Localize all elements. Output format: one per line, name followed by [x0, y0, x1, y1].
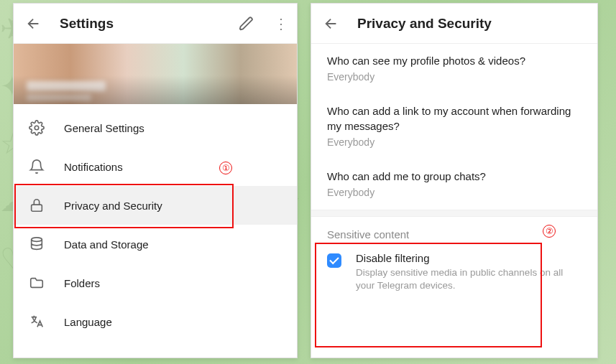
- privacy-panel: Privacy and Security Who can see my prof…: [311, 3, 598, 358]
- privacy-item-groups[interactable]: Who can add me to group chats? Everybody: [311, 159, 597, 210]
- disable-filtering-title: Disable filtering: [356, 252, 581, 264]
- disable-filtering-row[interactable]: Disable filtering Display sensitive medi…: [311, 248, 597, 301]
- privacy-item-photos[interactable]: Who can see my profile photos & videos? …: [311, 44, 597, 94]
- gear-icon: [28, 119, 45, 136]
- settings-menu: General Settings Notifications Privacy a…: [14, 104, 297, 341]
- menu-item-privacy[interactable]: Privacy and Security: [14, 186, 297, 225]
- privacy-q-forward: Who can add a link to my account when fo…: [327, 104, 581, 134]
- svg-point-0: [35, 126, 39, 130]
- more-button[interactable]: ⋮: [272, 15, 290, 32]
- arrow-left-icon: [26, 16, 42, 32]
- privacy-a-forward: Everybody: [327, 136, 581, 148]
- svg-rect-1: [32, 205, 42, 211]
- menu-label-general: General Settings: [64, 122, 144, 134]
- bell-icon: [28, 158, 45, 175]
- profile-banner[interactable]: [14, 44, 297, 104]
- privacy-body: Who can see my profile photos & videos? …: [311, 44, 597, 301]
- svg-point-2: [32, 238, 42, 242]
- language-icon: [28, 313, 45, 330]
- edit-button[interactable]: [234, 11, 259, 37]
- menu-label-privacy: Privacy and Security: [64, 200, 162, 212]
- menu-item-language[interactable]: Language: [14, 302, 297, 341]
- database-icon: [28, 235, 45, 253]
- privacy-title: Privacy and Security: [357, 16, 590, 32]
- kebab-icon: ⋮: [274, 16, 288, 32]
- menu-label-data: Data and Storage: [64, 238, 149, 251]
- privacy-q-groups: Who can add me to group chats?: [327, 169, 581, 184]
- back-button[interactable]: [21, 11, 47, 37]
- privacy-q-photos: Who can see my profile photos & videos?: [327, 54, 581, 68]
- menu-label-notifications: Notifications: [64, 161, 123, 173]
- privacy-item-forward[interactable]: Who can add a link to my account when fo…: [311, 94, 597, 159]
- lock-icon: [28, 197, 45, 214]
- menu-label-language: Language: [64, 316, 112, 328]
- menu-item-general[interactable]: General Settings: [14, 108, 297, 147]
- menu-item-notifications[interactable]: Notifications: [14, 147, 297, 186]
- section-gap: [311, 210, 597, 217]
- arrow-left-icon: [323, 16, 339, 32]
- profile-status-blurred: [27, 94, 91, 101]
- pencil-icon: [239, 16, 254, 32]
- settings-title: Settings: [60, 16, 221, 32]
- disable-filtering-desc: Display sensitive media in public channe…: [356, 266, 581, 292]
- settings-header: Settings ⋮: [14, 4, 297, 44]
- menu-item-data[interactable]: Data and Storage: [14, 225, 297, 263]
- annotation-label-2: ②: [543, 224, 556, 238]
- profile-name-blurred: [27, 81, 106, 91]
- disable-filtering-checkbox[interactable]: [327, 253, 341, 268]
- privacy-a-photos: Everybody: [327, 71, 581, 83]
- settings-panel: Settings ⋮ General Settings Notification…: [13, 3, 298, 358]
- menu-item-folders[interactable]: Folders: [14, 263, 297, 302]
- privacy-header: Privacy and Security: [311, 4, 597, 44]
- menu-label-folders: Folders: [64, 277, 100, 289]
- annotation-label-1: ①: [219, 161, 232, 174]
- back-button-privacy[interactable]: [318, 11, 344, 37]
- folder-icon: [28, 274, 45, 291]
- privacy-a-groups: Everybody: [327, 187, 581, 198]
